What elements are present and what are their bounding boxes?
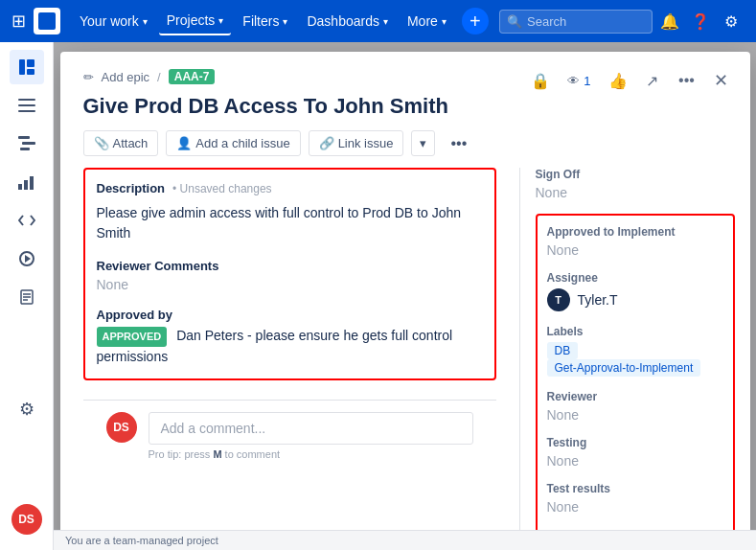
svg-rect-11 [30, 176, 34, 190]
sidebar-icon-settings[interactable]: ⚙ [10, 392, 44, 426]
issue-key-badge: AAA-7 [169, 69, 216, 84]
sidebar-bordered-section: Approved to Implement None Assignee T Ty… [536, 214, 735, 550]
approved-by-title: Approved by [97, 308, 483, 322]
modal-header: ✏ Add epic / AAA-7 🔒 👁 1 👍 ↗ [60, 52, 750, 94]
labels-container: DB Get-Approval-to-Implement [547, 342, 723, 377]
more-toolbar-button[interactable]: ••• [443, 131, 474, 156]
sidebar-icon-code[interactable] [10, 203, 44, 238]
filters-menu[interactable]: Filters ▾ [235, 8, 295, 34]
assignee-label: Assignee [547, 271, 723, 285]
test-results-value: None [547, 499, 723, 515]
sidebar-icon-reports[interactable] [10, 165, 44, 199]
svg-rect-3 [18, 99, 35, 101]
modal-toolbar: 📎 Attach 👤 Add a child issue 🔗 Link issu… [60, 130, 750, 168]
svg-rect-0 [19, 59, 25, 75]
svg-rect-4 [18, 104, 35, 106]
svg-rect-5 [18, 110, 35, 112]
help-button[interactable]: ❓ [687, 8, 714, 34]
your-work-chevron: ▾ [143, 16, 148, 27]
more-chevron: ▾ [442, 16, 447, 27]
create-button[interactable]: + [462, 8, 489, 34]
top-navigation: ⊞ Your work ▾ Projects ▾ Filters ▾ Dashb… [0, 0, 756, 42]
approved-implement-label: Approved to Implement [547, 225, 723, 239]
more-toolbar-dropdown[interactable]: ▾ [411, 130, 435, 156]
user-avatar[interactable]: DS [11, 504, 42, 535]
grid-icon[interactable]: ⊞ [11, 11, 26, 32]
svg-rect-1 [27, 59, 34, 67]
close-button[interactable]: ✕ [708, 67, 735, 94]
more-menu[interactable]: More ▾ [400, 8, 454, 34]
link-issue-button[interactable]: 🔗 Link issue [309, 130, 404, 156]
breadcrumb: ✏ Add epic / AAA-7 [83, 69, 216, 84]
content-area: ✏ Add epic / AAA-7 🔒 👁 1 👍 ↗ [54, 42, 756, 550]
comment-input-wrap: Add a comment... Pro tip: press M to com… [149, 412, 473, 460]
attach-button[interactable]: 📎 Attach [83, 130, 159, 156]
sidebar-icon-pages[interactable] [10, 280, 44, 314]
sign-off-field: Sign Off None [536, 168, 735, 200]
left-sidebar: ⚙ DS [0, 42, 54, 550]
approved-implement-field: Approved to Implement None [547, 225, 723, 258]
more-actions-button[interactable]: ••• [674, 67, 700, 94]
dashboards-menu[interactable]: Dashboards ▾ [299, 8, 396, 34]
sign-off-value: None [536, 185, 735, 200]
search-wrapper: 🔍 [499, 10, 653, 34]
assignee-field: Assignee T Tyler.T [547, 271, 723, 311]
watch-button[interactable]: 👁 1 [561, 72, 596, 90]
logo[interactable] [34, 8, 60, 34]
approved-implement-value: None [547, 242, 723, 258]
attach-icon: 📎 [94, 136, 109, 150]
testing-field: Testing None [547, 436, 723, 469]
sign-off-label: Sign Off [536, 168, 735, 181]
sidebar-icon-timeline[interactable] [10, 126, 44, 161]
issue-title: Give Prod DB Access To John Smith [60, 94, 750, 119]
modal-body: Description • Unsaved changes Please giv… [60, 168, 750, 550]
share-button[interactable]: ↗ [639, 67, 666, 94]
svg-rect-8 [20, 148, 30, 150]
comment-avatar: DS [106, 412, 137, 443]
sidebar-icon-list[interactable] [10, 88, 44, 123]
sidebar-icon-board[interactable] [10, 50, 44, 84]
description-content: Please give admin access with full contr… [97, 203, 483, 243]
child-icon: 👤 [176, 136, 192, 150]
modal-sidebar[interactable]: Sign Off None Approved to Implement None… [520, 168, 750, 550]
reviewer-comments-value: None [97, 277, 483, 292]
dashboards-chevron: ▾ [383, 16, 388, 27]
reviewer-value: None [547, 407, 723, 423]
main-layout: ⚙ DS ✏ Add epic / AAA-7 🔒 [0, 42, 756, 550]
reviewer-comments-title: Reviewer Comments [97, 259, 483, 273]
svg-rect-2 [27, 69, 34, 75]
breadcrumb-separator: / [157, 70, 161, 84]
label-approval[interactable]: Get-Approval-to-Implement [547, 359, 701, 377]
svg-rect-9 [18, 184, 22, 190]
footer-tip: You are a team-managed project [54, 530, 756, 550]
filters-chevron: ▾ [283, 16, 287, 27]
labels-label: Labels [547, 325, 723, 338]
label-db[interactable]: DB [547, 342, 579, 359]
projects-chevron: ▾ [218, 15, 223, 26]
lock-button[interactable]: 🔒 [527, 67, 554, 94]
issue-modal: ✏ Add epic / AAA-7 🔒 👁 1 👍 ↗ [60, 52, 750, 550]
sidebar-icon-deploy[interactable] [10, 241, 44, 276]
like-button[interactable]: 👍 [605, 67, 631, 94]
eye-icon: 👁 [567, 74, 580, 88]
header-actions: 🔒 👁 1 👍 ↗ ••• ✕ [527, 67, 734, 94]
test-results-label: Test results [547, 482, 723, 495]
modal-main[interactable]: Description • Unsaved changes Please giv… [60, 168, 520, 550]
reviewer-label: Reviewer [547, 390, 723, 403]
breadcrumb-epic[interactable]: Add epic [102, 70, 150, 84]
add-child-button[interactable]: 👤 Add a child issue [166, 130, 300, 156]
modal-overlay: ✏ Add epic / AAA-7 🔒 👁 1 👍 ↗ [54, 42, 756, 550]
svg-rect-7 [22, 142, 35, 145]
comment-input[interactable]: Add a comment... [149, 412, 473, 445]
assignee-name: Tyler.T [578, 292, 618, 308]
your-work-menu[interactable]: Your work ▾ [72, 8, 155, 34]
settings-button[interactable]: ⚙ [718, 8, 745, 34]
approved-by-value: APPROVED Dan Peters - please ensure he g… [97, 326, 483, 367]
approved-by-section: Approved by APPROVED Dan Peters - please… [97, 308, 483, 367]
projects-menu[interactable]: Projects ▾ [159, 7, 232, 35]
testing-value: None [547, 453, 723, 469]
search-input[interactable] [499, 10, 653, 34]
assignee-row: T Tyler.T [547, 288, 723, 311]
notifications-button[interactable]: 🔔 [656, 8, 683, 34]
assignee-avatar: T [547, 288, 570, 311]
